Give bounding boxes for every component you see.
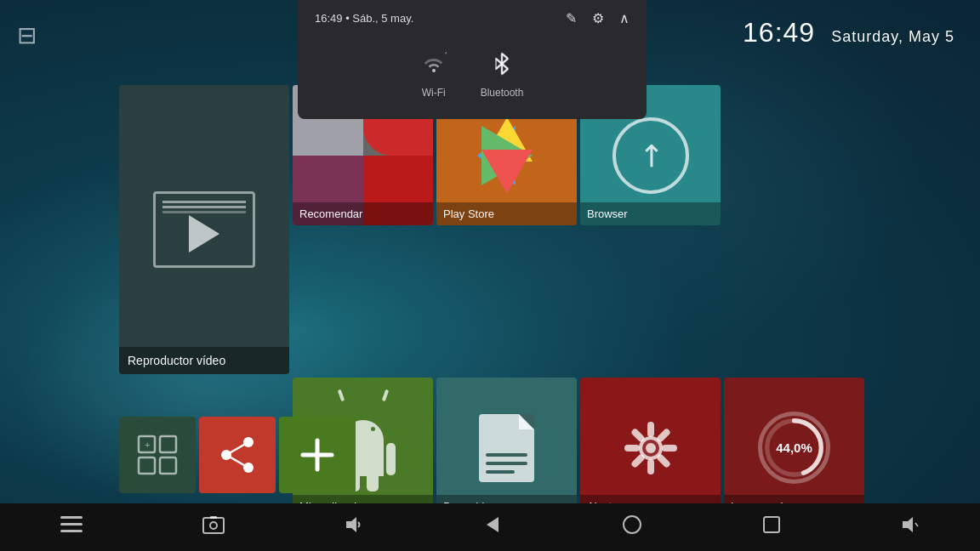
gear-icon xyxy=(621,418,681,478)
svg-rect-34 xyxy=(60,530,83,532)
memory-circle: 44,0% xyxy=(758,412,830,484)
svg-marker-39 xyxy=(487,517,499,532)
file-line-3 xyxy=(486,470,515,474)
android-antenna-right xyxy=(381,389,389,401)
file-line-1 xyxy=(486,453,527,457)
bottom-home-icon[interactable] xyxy=(615,508,649,547)
settings-icon[interactable]: ⚙ xyxy=(592,10,604,26)
svg-line-16 xyxy=(660,432,666,438)
status-bar-right: 16:49 Saturday, May 5 xyxy=(743,17,954,48)
svg-line-43 xyxy=(915,523,918,526)
tile-memoria[interactable]: 44,0% La memoria xyxy=(724,378,864,518)
notif-header: 16:49 • Sáb., 5 may. ✎ ⚙ ∧ xyxy=(298,0,647,37)
ps-tri-bottom xyxy=(481,150,533,194)
tile-recomendar-label: Recomendar xyxy=(293,202,433,225)
video-player-icon xyxy=(153,191,255,268)
svg-rect-23 xyxy=(160,457,176,474)
tile-appbox[interactable]: + xyxy=(119,417,196,493)
svg-rect-32 xyxy=(60,516,83,519)
top-left-display-icon: ⊟ xyxy=(17,21,37,49)
svg-point-9 xyxy=(646,443,656,453)
date-display: Saturday, May 5 xyxy=(831,28,954,45)
tile-browser-label: Browser xyxy=(580,202,721,225)
android-eye-right xyxy=(371,427,375,431)
bottom-volume-icon[interactable] xyxy=(338,508,370,546)
svg-line-28 xyxy=(226,442,248,455)
tile-ajustes[interactable]: Ajustes xyxy=(580,378,721,518)
svg-marker-38 xyxy=(346,517,356,532)
tile-share[interactable] xyxy=(199,417,276,493)
collapse-icon[interactable]: ∧ xyxy=(619,10,630,26)
svg-rect-22 xyxy=(139,457,155,474)
svg-text:?: ? xyxy=(445,51,447,60)
svg-marker-42 xyxy=(903,517,913,532)
svg-line-15 xyxy=(660,457,666,463)
android-antenna-left xyxy=(337,389,345,401)
browser-icon: ↗ xyxy=(612,117,689,194)
bottom-screenshot-icon[interactable] xyxy=(196,508,231,546)
svg-point-40 xyxy=(624,516,641,533)
small-app-row: + xyxy=(119,417,356,493)
edit-icon[interactable]: ✎ xyxy=(566,10,577,26)
memory-percent-text: 44,0% xyxy=(776,440,812,455)
notif-action-icons: ✎ ⚙ ∧ xyxy=(566,10,630,26)
wifi-label: Wi-Fi xyxy=(422,87,446,99)
bottom-volume-down-icon[interactable] xyxy=(894,508,926,546)
bluetooth-icon xyxy=(489,50,515,82)
svg-point-36 xyxy=(210,522,217,529)
wifi-quick-tile[interactable]: ? Wi-Fi xyxy=(421,50,447,99)
notification-dropdown: 16:49 • Sáb., 5 may. ✎ ⚙ ∧ ? Wi-Fi xyxy=(298,0,647,119)
svg-line-17 xyxy=(635,457,641,463)
svg-text:+: + xyxy=(145,440,150,450)
share-icon xyxy=(216,434,259,476)
bluetooth-quick-tile[interactable]: Bluetooth xyxy=(481,50,524,99)
tile-archivos[interactable]: De archivos xyxy=(436,378,577,518)
bottom-menu-icon[interactable] xyxy=(54,509,89,545)
quick-settings-row: ? Wi-Fi Bluetooth xyxy=(298,37,647,105)
tile-video-label: Reproductor vídeo xyxy=(119,347,289,374)
svg-rect-21 xyxy=(160,436,176,452)
add-icon xyxy=(296,434,339,476)
android-leg-right xyxy=(367,476,379,491)
app-grid-row-1: Reproductor vídeo Recomendar xyxy=(119,85,864,374)
bottom-navigation-bar xyxy=(0,503,980,551)
browser-arrow-icon: ↗ xyxy=(629,133,672,177)
bottom-recents-icon[interactable] xyxy=(755,508,788,546)
android-arm-right xyxy=(386,443,396,475)
playstore-icon xyxy=(477,126,537,185)
play-button-icon xyxy=(189,215,219,253)
clock-display: 16:49 xyxy=(743,17,815,48)
svg-rect-35 xyxy=(203,518,224,533)
bottom-back-icon[interactable] xyxy=(476,508,509,546)
appbox-icon: + xyxy=(135,433,179,477)
tile-playstore-label: Play Store xyxy=(436,202,577,225)
tile-add[interactable] xyxy=(279,417,356,493)
file-icon xyxy=(479,414,534,482)
svg-rect-33 xyxy=(60,523,83,525)
notif-time: 16:49 • Sáb., 5 may. xyxy=(315,12,413,25)
svg-rect-41 xyxy=(764,517,779,532)
svg-rect-37 xyxy=(210,516,217,519)
svg-line-14 xyxy=(635,432,641,438)
tile-video-player[interactable]: Reproductor vídeo xyxy=(119,85,289,374)
wifi-icon: ? xyxy=(421,50,447,82)
svg-line-29 xyxy=(226,455,248,468)
file-line-2 xyxy=(486,462,527,465)
bluetooth-label: Bluetooth xyxy=(481,87,524,99)
